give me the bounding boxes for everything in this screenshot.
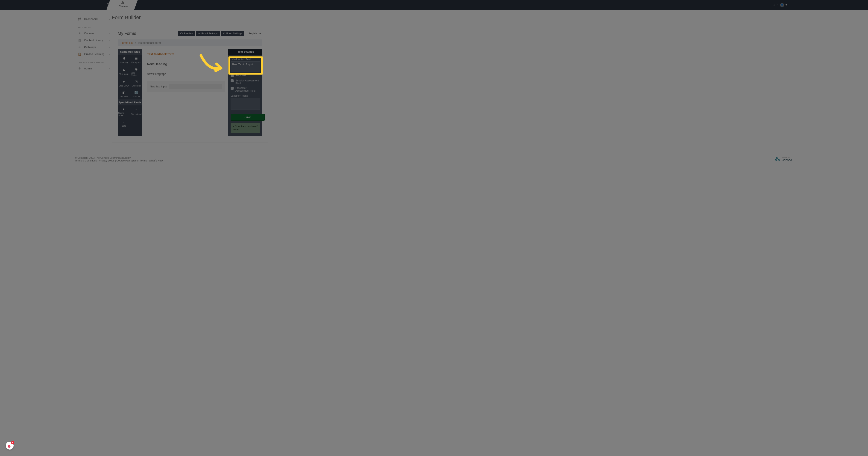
session-checkbox-row[interactable]: Session Assessment Field [230, 79, 260, 85]
page-title: Form Builder [112, 15, 792, 21]
powered-by: Powered By Censeo [774, 156, 792, 162]
pal-label: Drop Down [119, 85, 129, 87]
tooltip-textarea[interactable] [230, 98, 260, 110]
brand-name: Censeo [119, 5, 128, 8]
canvas-form-name: Test feedback form [147, 52, 225, 56]
canvas-paragraph[interactable]: New Paragraph [147, 73, 225, 76]
breadcrumb-leaf: Test feedback form [137, 41, 161, 45]
close-icon[interactable]: ✕ [256, 124, 258, 127]
palette-drop-down[interactable]: ▾Drop Down [118, 78, 130, 89]
palette-text-input[interactable]: AText Input [118, 65, 130, 78]
user-menu[interactable]: EDS 1 👤 [771, 3, 787, 7]
sidebar-item-guided-learning[interactable]: 📋 Guided Learning › [75, 51, 112, 58]
svg-point-2 [124, 3, 125, 4]
sidebar-item-label: Pathways [84, 46, 106, 49]
svg-line-9 [776, 159, 777, 160]
footer-terms-link[interactable]: Terms & Conditions [75, 159, 97, 162]
footer-whats-new-link[interactable]: What´s New [149, 159, 163, 162]
chevron-right-icon: › [109, 32, 110, 35]
field-settings-title: Field Settings [228, 49, 262, 55]
checkbox-icon[interactable] [230, 87, 234, 90]
session-label: Session Assessment Field [236, 79, 260, 85]
top-nav: ☰ Censeo EDS 1 👤 [0, 0, 868, 10]
pal-label: Checkbox [131, 85, 141, 87]
form-settings-button[interactable]: ⚙Form Settings [221, 31, 244, 36]
checkbox-icon[interactable] [230, 74, 234, 77]
sidebar-item-label: Guided Learning [84, 53, 106, 56]
canvas-text-input[interactable] [169, 84, 222, 89]
library-icon: ▤ [78, 39, 81, 42]
pal-label: Multi Choice [131, 72, 142, 76]
palette-rating-scale[interactable]: ★Rating Scale [118, 106, 130, 118]
label-for-tooltip: Label for Tooltip [230, 94, 260, 97]
chevron-right-icon: › [109, 46, 110, 49]
text-icon: A [123, 68, 125, 72]
main-content: Form Builder My Forms 🖵Preview ✉Email Se… [112, 10, 792, 152]
checkbox-icon[interactable] [230, 79, 234, 82]
palette-checkbox[interactable]: ☑Checkbox [130, 78, 143, 89]
sidebar-item-content-library[interactable]: ▤ Content Library › [75, 37, 112, 44]
field-palette: Standard Fields HHeading ☰Paragraph ATex… [118, 49, 142, 136]
star-icon: ★ [122, 107, 125, 111]
number-icon: 🔢 [134, 91, 138, 94]
breadcrumb-root[interactable]: Forms List [121, 41, 133, 45]
sidebar-item-courses[interactable]: 🖥 Courses › [75, 30, 112, 37]
alert-text: Your item has been saved [232, 125, 257, 131]
preview-button[interactable]: 🖵Preview [178, 31, 195, 36]
guided-icon: 📋 [78, 53, 81, 56]
svg-point-8 [778, 160, 779, 161]
sidebar-item-pathways[interactable]: ⚛ Pathways › [75, 44, 112, 51]
save-button[interactable]: Save [230, 114, 265, 121]
breadcrumb-sep: / [135, 41, 136, 45]
check-icon: ✔ [232, 125, 236, 128]
canvas-text-input-label: New Text Input [150, 85, 169, 88]
brand-logo[interactable]: Censeo [113, 0, 134, 10]
email-settings-button[interactable]: ✉Email Settings [196, 31, 220, 36]
palette-date[interactable]: 🗓Date [118, 118, 130, 129]
monitor-icon: 🖵 [180, 32, 183, 35]
palette-multi-choice[interactable]: ◉Multi Choice [130, 65, 143, 78]
sidebar-item-admin[interactable]: ⚙ Admin › [75, 65, 112, 72]
upload-icon: ⤒ [135, 108, 137, 112]
palette-heading[interactable]: HHeading [118, 55, 130, 65]
powered-label: Powered By [782, 156, 792, 158]
palette-file-upload[interactable]: ⤒File Upload [130, 106, 143, 118]
pal-label: Paragraph [131, 61, 141, 63]
svg-line-10 [778, 159, 778, 160]
preview-label: Preview [184, 32, 193, 35]
pal-label: Date [122, 125, 126, 127]
card-heading: My Forms [118, 31, 178, 36]
pal-label: Text Input [119, 73, 128, 75]
sidebar-item-dashboard[interactable]: 🏁 Dashboard › [75, 16, 112, 23]
form-canvas[interactable]: Test feedback form New Heading New Parag… [142, 49, 228, 136]
canvas-heading[interactable]: New Heading [147, 62, 225, 66]
language-select[interactable]: English [246, 31, 262, 36]
sidebar-group-products: PRODUCTS [75, 23, 112, 30]
palette-specialised-header: Specialised Fields [118, 99, 142, 106]
label-textarea[interactable]: New Text Input [230, 61, 260, 72]
sidebar: 🏁 Dashboard › PRODUCTS 🖥 Courses › ▤ Con… [75, 10, 112, 152]
required-checkbox-row[interactable]: Required [230, 74, 260, 77]
breadcrumb: Forms List / Test feedback form [118, 39, 262, 46]
help-widget[interactable]: g. 8 [6, 442, 13, 450]
avatar-icon: 👤 [780, 3, 784, 7]
palette-number[interactable]: 🔢Number [130, 89, 143, 99]
svg-line-4 [124, 2, 124, 3]
footer-course-terms-link[interactable]: Course Participation Terms [117, 159, 147, 162]
mail-icon: ✉ [198, 32, 200, 35]
presenter-label: Presenter Assessment Field [236, 86, 260, 92]
chevron-right-icon: › [109, 18, 110, 21]
sidebar-item-label: Courses [84, 32, 106, 35]
presenter-checkbox-row[interactable]: Presenter Assessment Field [230, 86, 260, 92]
palette-paragraph[interactable]: ☰Paragraph [130, 55, 143, 65]
pal-label: Text Area [120, 95, 128, 97]
palette-standard-header: Standard Fields [118, 49, 142, 55]
palette-text-area[interactable]: ◧Text Area [118, 89, 130, 99]
footer-privacy-link[interactable]: Privacy policy [99, 159, 114, 162]
dashboard-icon: 🏁 [78, 18, 81, 21]
sidebar-item-label: Dashboard [84, 18, 106, 21]
canvas-text-input-field[interactable]: New Text Input [147, 81, 225, 92]
caret-down-icon [785, 4, 787, 5]
pal-label: Heading [120, 61, 128, 63]
heading-icon: H [123, 57, 125, 60]
